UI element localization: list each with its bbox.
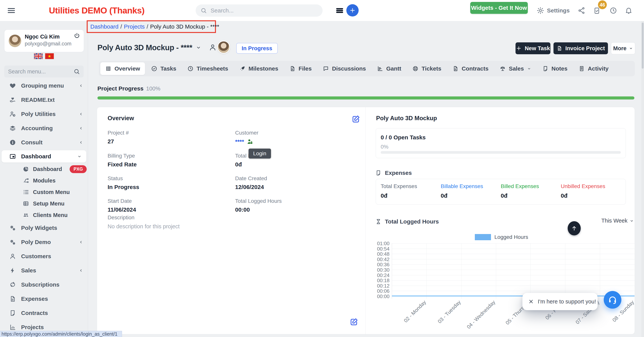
hourglass-icon <box>375 219 382 225</box>
open-tasks-card: 0 / 0 Open Tasks 0% <box>376 128 626 158</box>
sidebar-item-poly-demo[interactable]: Poly Demo <box>0 235 88 249</box>
user-lock-icon[interactable] <box>246 138 253 145</box>
user-name: Ngọc Cù Kim <box>25 33 60 40</box>
bell-icon[interactable] <box>625 6 632 14</box>
notes-tab-icon <box>542 65 548 72</box>
tab-timesheets[interactable]: Timesheets <box>182 61 233 76</box>
menu-icon[interactable] <box>5 6 17 15</box>
edit-description-icon[interactable] <box>350 318 358 326</box>
status-badge[interactable]: In Progress <box>236 43 278 54</box>
tab-overview[interactable]: Overview <box>100 62 145 75</box>
share-icon[interactable] <box>578 6 585 14</box>
sidebar-subitem-setup-menu[interactable]: Setup Menu <box>0 198 88 209</box>
sidebar-item-customers[interactable]: Customers <box>0 249 88 263</box>
custom-menu-icon <box>23 189 29 195</box>
chevron-down-icon <box>629 46 633 50</box>
tab-notes[interactable]: Notes <box>537 61 572 76</box>
gridline-h <box>392 264 634 265</box>
subscriptions-icon <box>9 281 16 288</box>
close-icon[interactable] <box>528 299 534 305</box>
invoice-project-button[interactable]: Invoice Project <box>554 42 608 54</box>
tab-sales[interactable]: Sales <box>494 61 536 76</box>
customer-login-link[interactable]: **** <box>235 138 244 145</box>
sidebar-subitem-custom-menu[interactable]: Custom Menu <box>0 186 88 198</box>
sidebar-item-sales[interactable]: Sales <box>0 263 88 278</box>
poly-utilities-icon <box>9 111 16 117</box>
new-task-button[interactable]: New Task <box>516 42 550 54</box>
sidebar-item-dashboard[interactable]: Dashboard <box>2 150 86 163</box>
timesheets-tab-icon <box>187 65 194 72</box>
tab-discussions[interactable]: Discussions <box>318 61 371 76</box>
chevron-down-icon[interactable] <box>196 45 201 50</box>
user-card[interactable]: Ngọc Cù Kim polyxgo@gmail.com <box>4 29 84 52</box>
range-selector-dropdown[interactable]: This Week <box>584 218 634 224</box>
sidebar-subitem-dashboard[interactable]: DashboardPXG <box>0 163 88 175</box>
y-axis-tick: 00:24 <box>372 272 390 278</box>
tab-gantt[interactable]: Gantt <box>372 61 406 76</box>
project-tabs: OverviewTasksTimesheetsMilestonesFilesDi… <box>99 61 635 76</box>
settings-label: Settings <box>547 7 570 14</box>
scrollbar-thumb[interactable] <box>642 23 644 69</box>
dense-menu-icon[interactable] <box>335 6 344 15</box>
more-button[interactable]: More <box>611 42 635 54</box>
sidebar-item-accounting[interactable]: Accounting <box>0 121 88 135</box>
flag-vn-icon[interactable] <box>45 53 54 59</box>
tab-files[interactable]: Files <box>284 61 317 76</box>
logged-hours-section-header: Total Logged Hours <box>375 218 439 225</box>
gridline-h <box>392 249 634 249</box>
tab-activity[interactable]: Activity <box>574 61 614 76</box>
tab-tasks[interactable]: Tasks <box>146 61 181 76</box>
expenses-icon <box>9 295 16 302</box>
sidebar-item-consult[interactable]: Consult <box>0 135 88 150</box>
sidebar-subitem-modules[interactable]: Modules <box>0 175 88 186</box>
sidebar-item-poly-widgets[interactable]: Poly Widgets <box>0 221 88 235</box>
project-member-avatar[interactable] <box>217 41 230 54</box>
files-tab-icon <box>290 65 296 72</box>
chevron-down-icon <box>77 154 82 159</box>
clock-icon[interactable] <box>610 6 617 14</box>
setup-menu-icon <box>23 200 29 207</box>
sidebar-search-input[interactable]: Search menu... <box>4 65 84 77</box>
customers-icon <box>9 253 16 260</box>
y-axis-tick: 00:36 <box>372 262 390 268</box>
breadcrumb-projects-link[interactable]: Projects <box>124 23 144 30</box>
project-progress-value: 100% <box>146 85 160 92</box>
sidebar-item-expenses[interactable]: Expenses <box>0 292 88 306</box>
widgets-get-it-now-button[interactable]: Widgets - Get It Now <box>470 2 528 14</box>
quick-add-button[interactable] <box>346 4 359 16</box>
overview-field-status: StatusIn Progress <box>108 175 235 190</box>
chevron-down-icon <box>630 219 634 223</box>
activity-tab-icon <box>578 65 585 72</box>
tab-tickets[interactable]: Tickets <box>407 61 446 76</box>
scroll-to-top-button[interactable] <box>568 221 581 235</box>
support-chat-button[interactable] <box>604 291 621 309</box>
tab-contracts[interactable]: Contracts <box>448 61 494 76</box>
consult-icon <box>9 139 16 146</box>
expenses-title: Expenses <box>385 170 412 176</box>
breadcrumb-dashboard-link[interactable]: Dashboard <box>90 23 118 30</box>
gridline-h <box>392 254 634 254</box>
logout-power-icon[interactable] <box>74 32 80 39</box>
project-members-icon[interactable] <box>209 43 217 52</box>
sidebar-subitem-clients-menu[interactable]: Clients Menu <box>0 209 88 221</box>
chevron-left-icon <box>79 83 83 88</box>
y-axis-tick: 00:06 <box>372 288 390 294</box>
sidebar-item-subscriptions[interactable]: Subscriptions <box>0 278 88 292</box>
global-search-input[interactable]: Search... <box>196 4 322 17</box>
sidebar-item-grouping-menu[interactable]: Grouping menu <box>0 79 88 93</box>
sidebar-item-poly-utilities[interactable]: Poly Utilities <box>0 107 88 121</box>
tab-milestones[interactable]: Milestones <box>234 61 283 76</box>
brand-logo[interactable]: Utilities DEMO (Thanks) <box>49 0 144 21</box>
sidebar-item-readme-txt[interactable]: README.txt <box>0 93 88 107</box>
edit-project-icon[interactable] <box>352 115 360 123</box>
overview-tab-icon <box>105 65 112 72</box>
clients-menu-icon <box>23 212 29 218</box>
settings-button[interactable]: Settings <box>536 0 570 21</box>
sales-tab-icon <box>500 65 506 72</box>
sidebar-item-contracts[interactable]: Contracts <box>0 306 88 320</box>
flag-uk-icon[interactable] <box>34 53 43 59</box>
support-message: I'm here to support you! <box>538 299 596 305</box>
overview-fields: Project #27Customer****Billing TypeFixed… <box>108 130 357 213</box>
breadcrumb: Dashboard/Projects/Poly Auto 3D Mockup -… <box>90 23 219 30</box>
description-label: Description <box>108 215 134 221</box>
